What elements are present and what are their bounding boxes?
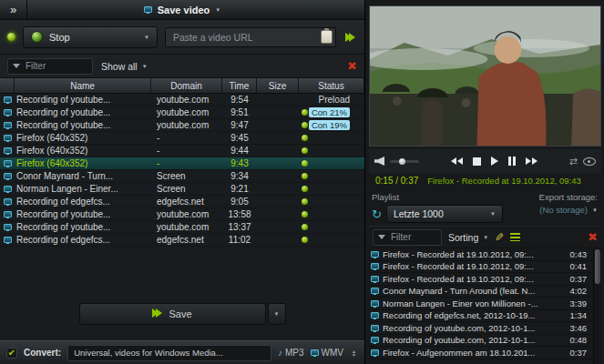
list-item[interactable]: Norman Langen - Einer von Millionen -...… [369, 298, 593, 310]
column-name[interactable]: Name [15, 78, 151, 93]
row-status [299, 145, 364, 157]
show-all-dropdown[interactable]: Show all ▼ [101, 61, 148, 72]
shuffle-icon[interactable]: ⇄ [569, 157, 578, 167]
row-size [257, 208, 299, 220]
forward-button[interactable] [526, 157, 537, 165]
list-item[interactable]: Recording of edgefcs.net, 2012-10-19...1… [369, 310, 593, 323]
clear-list-button[interactable]: ✖ [347, 60, 357, 72]
playlist-item-duration: 0:37 [570, 274, 591, 284]
url-input[interactable] [165, 27, 336, 47]
volume-slider-thumb[interactable] [399, 158, 405, 165]
list-item[interactable]: Conor Maynard - Turn Around (feat. N...4… [369, 286, 593, 298]
expand-collapse-button[interactable]: ▲▼ [350, 349, 358, 357]
row-status [299, 196, 364, 207]
pause-button[interactable] [508, 157, 516, 166]
list-item[interactable]: Firefox - Recorded at 19.10.2012, 09:...… [369, 261, 593, 274]
collapse-panel-button[interactable]: » [0, 0, 27, 19]
row-status [299, 234, 364, 246]
screen-icon [4, 211, 12, 217]
volume-slider[interactable] [390, 160, 419, 163]
status-badge: Con 19% [309, 120, 350, 130]
row-size [257, 221, 299, 233]
screen-icon [371, 349, 379, 356]
table-row[interactable]: Recording of youtube...youtube.com13:58 [0, 208, 364, 221]
row-name: Recording of edgefcs... [15, 196, 151, 207]
downloads-filter-field [7, 58, 93, 75]
transport-buttons [451, 157, 537, 166]
recording-led-icon [7, 33, 15, 41]
export-storage-dropdown[interactable]: (No storage) ▼ [539, 205, 598, 215]
row-size [257, 234, 299, 246]
table-row[interactable]: Recording of youtube...youtube.com9:51Co… [0, 106, 364, 119]
row-icon-cell [0, 157, 15, 169]
playlist-item-duration: 0:37 [570, 348, 591, 358]
ready-dot-icon [302, 160, 308, 167]
row-status [299, 132, 364, 144]
mp3-toggle[interactable]: ♪ MP3 [278, 348, 304, 358]
playlist-item-title: Recording of youtube.com, 2012-10-1... [383, 335, 567, 345]
save-video-panel: » Save video ▼ Stop ▼ [0, 0, 365, 364]
playlist-dropdown[interactable]: Letzte 1000 ▼ [386, 205, 503, 223]
row-icon-cell [0, 119, 15, 131]
save-button[interactable]: Save [79, 303, 266, 325]
stop-button[interactable]: Stop ▼ [23, 26, 158, 48]
row-icon-cell [0, 145, 15, 157]
stop-playback-button[interactable] [473, 157, 481, 166]
refresh-icon[interactable]: ↻ [372, 208, 382, 220]
row-size [257, 170, 299, 182]
wmv-toggle[interactable]: WMV [311, 348, 343, 358]
mp3-label: MP3 [285, 348, 304, 358]
list-item[interactable]: Recording of youtube.com, 2012-10-1...0:… [369, 335, 593, 348]
table-row[interactable]: Recording of youtube...youtube.com13:37 [0, 221, 364, 234]
paste-icon[interactable] [321, 30, 333, 44]
table-row[interactable]: Firefox (640x352)-9:45 [0, 132, 364, 145]
screen-icon [4, 122, 12, 128]
column-size[interactable]: Size [257, 78, 299, 93]
column-status[interactable]: Status [299, 78, 364, 93]
downloads-filter-input[interactable] [24, 60, 87, 72]
scrollbar-thumb[interactable] [595, 249, 600, 284]
edit-pencil-icon[interactable]: ✎ [495, 232, 504, 243]
watch-eye-icon[interactable] [583, 157, 596, 166]
column-domain[interactable]: Domain [151, 78, 222, 93]
video-preview[interactable] [369, 5, 601, 147]
list-item[interactable]: Recording of youtube.com, 2012-10-1...3:… [369, 322, 593, 335]
column-time[interactable]: Time [222, 78, 257, 93]
volume-icon[interactable] [374, 157, 384, 166]
row-domain: edgefcs.net [151, 196, 222, 207]
playlist-item-duration: 4:02 [570, 286, 591, 296]
screen-icon [371, 276, 379, 282]
table-row[interactable]: Recording of edgefcs...edgefcs.net11:02 [0, 234, 364, 247]
list-view-icon[interactable] [510, 233, 520, 241]
list-item[interactable]: Firefox - Recorded at 19.10.2012, 09:...… [369, 273, 593, 286]
rewind-button[interactable] [451, 157, 463, 165]
screen-icon [371, 312, 379, 318]
table-row[interactable]: Conor Maynard - Turn...Screen9:34 [0, 170, 364, 183]
save-options-button[interactable]: ▼ [268, 303, 286, 325]
table-row[interactable]: Recording of edgefcs...edgefcs.net9:05 [0, 196, 364, 208]
chevron-down-icon[interactable]: ▼ [215, 7, 220, 13]
row-name: Conor Maynard - Turn... [15, 170, 151, 182]
table-row[interactable]: Firefox (640x352)-9:44 [0, 145, 364, 157]
list-item[interactable]: Firefox - Recorded at 19.10.2012, 09:...… [369, 248, 593, 261]
video-still [370, 6, 600, 146]
titlebar: » Save video ▼ [0, 0, 364, 20]
screen-icon [371, 337, 379, 343]
download-arrow-button[interactable] [343, 31, 357, 44]
clear-playlist-button[interactable]: ✖ [588, 231, 598, 243]
row-status: Con 21% [299, 106, 364, 118]
table-row[interactable]: Recording of youtube...youtube.com9:54Pr… [0, 94, 364, 106]
list-item[interactable]: Firefox - Aufgenommen am 18.10.201...0:3… [369, 347, 593, 359]
playlist-item-title: Recording of youtube.com, 2012-10-1... [383, 323, 567, 333]
table-row[interactable]: Norman Langen - Einer...Screen9:21 [0, 183, 364, 196]
convert-preset-dropdown[interactable]: Universal, videos for Windows Media... [67, 345, 271, 361]
sorting-dropdown[interactable]: Sorting ▼ [448, 232, 488, 243]
table-row[interactable]: Recording of youtube...youtube.com9:47Co… [0, 119, 364, 132]
table-row[interactable]: Firefox (640x352)-9:43 [0, 157, 364, 170]
filter-funnel-icon [13, 64, 20, 68]
row-status [299, 208, 364, 220]
play-button[interactable] [491, 157, 498, 166]
convert-checkbox[interactable]: ✔ [6, 348, 17, 359]
playlist-filter-input[interactable] [389, 231, 436, 243]
playlist-scrollbar[interactable] [593, 248, 601, 364]
